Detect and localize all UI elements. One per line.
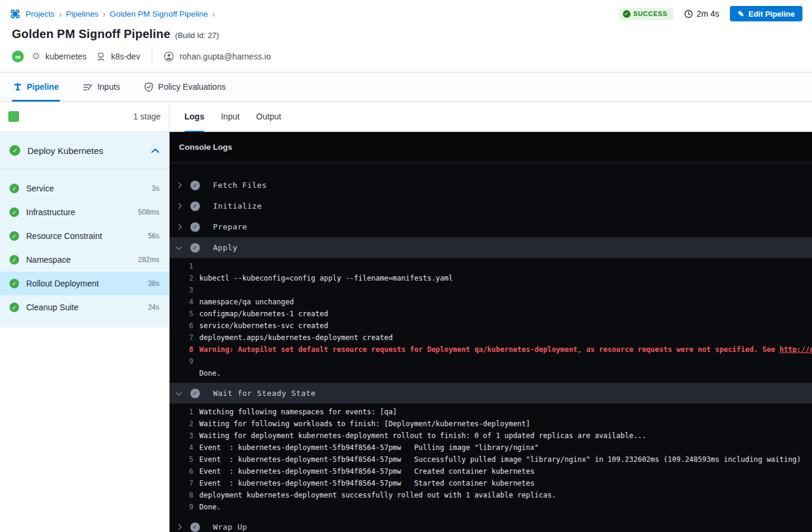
- tab-input[interactable]: Input: [221, 102, 239, 131]
- edit-pipeline-button[interactable]: ✎ Edit Pipeline: [730, 6, 802, 21]
- chevron-down-icon: [176, 389, 182, 395]
- check-icon: ✓: [190, 222, 200, 232]
- breadcrumb-pipelines[interactable]: Pipelines: [66, 10, 99, 18]
- chevron-right-icon: [176, 524, 182, 530]
- tab-output[interactable]: Output: [256, 102, 281, 131]
- step-duration: 24s: [148, 303, 159, 311]
- chevron-down-icon: [176, 244, 182, 250]
- avatar-icon: [164, 51, 174, 62]
- log-line: 4Event : kubernetes-deployment-5fb94f856…: [170, 442, 812, 454]
- duration-text: 2m 4s: [697, 9, 719, 18]
- tab-policy-evaluations[interactable]: Policy Evaluations: [143, 73, 227, 101]
- log-line: 4namespace/qa unchanged: [170, 296, 812, 308]
- check-icon: ✓: [190, 181, 200, 190]
- console-log-area[interactable]: ✓ Fetch Files ✓ Initialize ✓ Prepare ✓ A: [170, 163, 812, 532]
- stage-panel: ✓ Deploy Kubernetes ✓ Service 3s ✓ Infra…: [0, 132, 169, 328]
- log-line: 5Event : kubernetes-deployment-5fb94f856…: [170, 454, 812, 465]
- log-line: 6Event : kubernetes-deployment-5fb94f856…: [170, 465, 812, 477]
- success-check-icon: ✓: [10, 145, 20, 156]
- build-id: (Build Id: 27): [175, 31, 219, 40]
- log-line: 3: [170, 284, 812, 296]
- log-section-fetch-files[interactable]: ✓ Fetch Files: [170, 175, 812, 196]
- cd-module-icon: ∞: [12, 51, 24, 62]
- log-line: 8deployment kubernetes-deployment succes…: [170, 489, 812, 501]
- stage-header-deploy-kubernetes[interactable]: ✓ Deploy Kubernetes: [0, 132, 169, 169]
- pencil-icon: ✎: [738, 10, 744, 18]
- breadcrumb-separator: ›: [212, 10, 215, 18]
- check-icon: ✓: [190, 243, 200, 253]
- breadcrumb-projects[interactable]: Projects: [26, 10, 55, 18]
- success-check-icon: ✓: [10, 255, 19, 265]
- log-section-initialize[interactable]: ✓ Initialize: [170, 196, 812, 216]
- step-rollout-deployment[interactable]: ✓ Rollout Deployment 38s: [0, 272, 169, 295]
- chevron-right-icon: [176, 224, 182, 230]
- log-line: 2Waiting for following workloads to fini…: [170, 418, 812, 430]
- check-icon: ✓: [623, 10, 631, 18]
- tab-inputs[interactable]: Inputs: [81, 73, 121, 101]
- chevron-right-icon: [176, 203, 182, 209]
- apply-log-block: 1 2kubectl --kubeconfig=config apply --f…: [170, 258, 812, 383]
- check-icon: ✓: [190, 202, 200, 211]
- clock-icon: [684, 10, 693, 18]
- chevron-up-icon: [151, 148, 159, 153]
- log-section-wait-for-steady-state[interactable]: ✓ Wait for Steady State: [170, 383, 812, 404]
- step-duration: 508ms: [138, 208, 159, 216]
- log-section-prepare[interactable]: ✓ Prepare: [170, 216, 812, 237]
- check-icon: ✓: [190, 522, 200, 532]
- harness-logo-icon[interactable]: [10, 8, 21, 20]
- divider: [152, 49, 152, 64]
- log-line: 7deployment.apps/kubernetes-deployment c…: [170, 332, 812, 344]
- stage-name: Deploy Kubernetes: [27, 146, 104, 156]
- page: Projects › Pipelines › Golden PM Signoff…: [0, 0, 812, 532]
- log-line: 9Done.: [170, 501, 812, 513]
- success-check-icon: ✓: [10, 184, 19, 193]
- console-logs-header: Console Logs: [170, 132, 812, 163]
- log-line: Done.: [170, 367, 812, 379]
- success-check-icon: ✓: [10, 279, 19, 288]
- divider: [0, 169, 169, 169]
- success-check-icon: ✓: [10, 231, 19, 241]
- chevron-right-icon: [176, 182, 182, 188]
- log-section-wrap-up[interactable]: ✓ Wrap Up: [170, 517, 812, 532]
- step-duration: 38s: [148, 279, 159, 288]
- breadcrumb-pipeline-name[interactable]: Golden PM Signoff Pipeline: [110, 10, 208, 18]
- log-section-apply[interactable]: ✓ Apply: [170, 237, 812, 258]
- main-tab-bar: Pipeline Inputs Policy Evaluations: [0, 72, 812, 102]
- step-resource-constraint[interactable]: ✓ Resource Constraint 56s: [0, 224, 169, 248]
- triggered-by-user: rohan.gupta@harness.io: [180, 52, 271, 61]
- success-check-icon: ✓: [10, 207, 19, 217]
- page-title: Golden PM Signoff Pipeline: [12, 27, 170, 41]
- gear-icon: ⚙: [32, 52, 40, 61]
- log-line: 6service/kubernetes-svc created: [170, 320, 812, 332]
- infrastructure-icon: [96, 52, 106, 62]
- log-line: 1: [170, 260, 812, 272]
- log-line: 5configmap/kubernetes-1 created: [170, 308, 812, 320]
- log-tab-bar: Logs Input Output: [170, 102, 812, 132]
- step-infrastructure[interactable]: ✓ Infrastructure 508ms: [0, 200, 169, 224]
- success-check-icon: ✓: [10, 303, 19, 312]
- tab-logs[interactable]: Logs: [184, 102, 204, 131]
- status-badge: ✓ SUCCESS: [619, 8, 673, 20]
- breadcrumb-separator: ›: [59, 10, 62, 18]
- step-service[interactable]: ✓ Service 3s: [0, 177, 169, 200]
- log-line: 9: [170, 355, 812, 367]
- duration: 2m 4s: [684, 9, 719, 18]
- log-line: 2kubectl --kubeconfig=config apply --fil…: [170, 272, 812, 284]
- stage-count: 1 stage: [133, 112, 161, 121]
- log-line: 7Event : kubernetes-deployment-5fb94f856…: [170, 477, 812, 489]
- check-icon: ✓: [190, 389, 200, 398]
- execution-sidebar: 1 stage ✓ Deploy Kubernetes ✓ Service 3s: [0, 102, 170, 532]
- log-line: 1Watching following namespaces for event…: [170, 406, 812, 418]
- step-duration: 56s: [148, 232, 159, 240]
- status-text: SUCCESS: [634, 10, 667, 17]
- step-duration: 282ms: [138, 256, 159, 264]
- page-header: Projects › Pipelines › Golden PM Signoff…: [0, 0, 812, 72]
- tab-pipeline[interactable]: Pipeline: [12, 73, 60, 101]
- shield-check-icon: [144, 82, 153, 92]
- stage-status-square: [8, 111, 19, 122]
- step-cleanup-suite[interactable]: ✓ Cleanup Suite 24s: [0, 295, 169, 319]
- step-namespace[interactable]: ✓ Namespace 282ms: [0, 248, 169, 272]
- pipeline-icon: [13, 82, 22, 92]
- service-name: kubernetes: [45, 52, 86, 61]
- warning-link[interactable]: http://g: [779, 345, 812, 354]
